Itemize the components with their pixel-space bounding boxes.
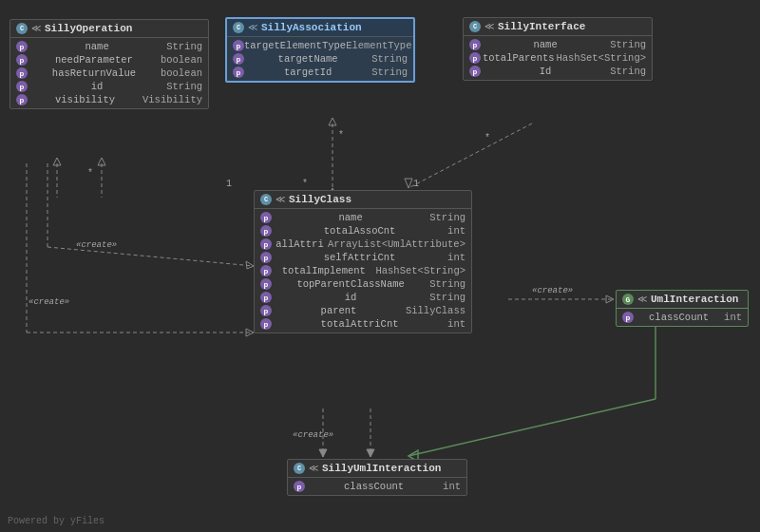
svg-marker-13 — [606, 295, 614, 303]
svg-line-28 — [48, 247, 254, 266]
silly-uml-interaction-body: p classCount int — [288, 478, 466, 495]
svg-text:«create»: «create» — [76, 240, 117, 250]
svg-text:«create»: «create» — [293, 430, 333, 440]
property-icon: p — [260, 292, 272, 303]
table-row: p visibility Visibility — [10, 93, 208, 106]
silly-association-box[interactable]: C ≪ SillyAssociation p targetElementType… — [225, 17, 415, 83]
silly-association-header: C ≪ SillyAssociation — [227, 19, 413, 37]
table-row: p needParameter boolean — [10, 53, 208, 66]
property-icon: p — [16, 94, 28, 105]
svg-marker-29 — [246, 261, 254, 269]
table-row: p totalAttriCnt int — [255, 317, 471, 331]
class-icon: C — [233, 22, 244, 33]
class-icon: C — [16, 23, 28, 34]
silly-operation-header: C ≪ SillyOperation — [10, 20, 208, 38]
silly-interface-title: SillyInterface — [498, 21, 585, 32]
silly-class-body: p name String p totalAssoCnt int p allAt… — [255, 209, 471, 332]
svg-line-9 — [408, 124, 532, 188]
silly-operation-body: p name String p needParameter boolean p … — [10, 38, 208, 108]
silly-interface-box[interactable]: C ≪ SillyInterface p name String p total… — [463, 17, 653, 81]
svg-text:«create»: «create» — [532, 286, 573, 295]
property-icon: p — [260, 265, 272, 276]
diagram-canvas: * * * «create» «create» «create» — [0, 0, 760, 532]
table-row: p Id String — [464, 65, 652, 78]
svg-text:1: 1 — [413, 179, 419, 189]
svg-marker-19 — [319, 449, 327, 457]
class-icon: C — [260, 194, 272, 205]
property-icon: p — [469, 39, 481, 50]
svg-marker-6 — [329, 118, 336, 125]
table-row: p totalParents HashSet<String> — [464, 51, 652, 65]
property-icon: p — [469, 66, 481, 77]
property-icon: p — [233, 66, 244, 78]
silly-uml-interaction-title: SillyUmlInteraction — [322, 463, 441, 474]
silly-class-box[interactable]: C ≪ SillyClass p name String p totalAsso… — [254, 190, 472, 333]
property-icon: p — [16, 67, 28, 79]
silly-operation-title: SillyOperation — [45, 23, 132, 34]
property-icon: p — [233, 53, 244, 65]
property-icon: p — [16, 41, 28, 52]
silly-interface-header: C ≪ SillyInterface — [464, 18, 652, 36]
table-row: p name String — [255, 211, 471, 224]
property-icon: p — [260, 225, 272, 237]
silly-association-body: p targetElementType ElementType p target… — [227, 37, 413, 81]
svg-marker-10 — [405, 179, 412, 188]
uml-interaction-title: UmlInteraction — [651, 294, 738, 305]
table-row: p targetId String — [227, 66, 413, 79]
table-row: p id String — [10, 80, 208, 93]
uml-interaction-box[interactable]: G ≪ UmlInteraction p classCount int — [616, 290, 749, 327]
table-row: p hasReturnValue boolean — [10, 66, 208, 80]
svg-marker-1 — [98, 158, 105, 165]
silly-operation-box[interactable]: C ≪ SillyOperation p name String p needP… — [10, 19, 209, 109]
table-row: p allAttri ArrayList<UmlAttribute> — [255, 238, 471, 251]
table-row: p classCount int — [617, 311, 748, 324]
svg-text:*: * — [338, 130, 344, 141]
svg-text:1: 1 — [226, 179, 232, 189]
silly-association-title: SillyAssociation — [261, 22, 362, 33]
uml-interaction-body: p classCount int — [617, 309, 748, 326]
class-icon: C — [469, 21, 481, 32]
class-icon: G — [622, 294, 634, 305]
property-icon: p — [16, 54, 28, 66]
property-icon: p — [260, 212, 272, 223]
silly-uml-interaction-header: C ≪ SillyUmlInteraction — [288, 460, 466, 478]
property-icon: p — [16, 81, 28, 92]
silly-class-title: SillyClass — [289, 194, 352, 205]
table-row: p topParentClassName String — [255, 277, 471, 291]
silly-interface-body: p name String p totalParents HashSet<Str… — [464, 36, 652, 80]
svg-marker-22 — [367, 449, 374, 457]
table-row: p id String — [255, 291, 471, 304]
property-icon: p — [233, 40, 244, 51]
property-icon: p — [260, 278, 272, 290]
svg-marker-4 — [53, 158, 61, 165]
table-row: p targetName String — [227, 52, 413, 66]
svg-text:*: * — [87, 168, 93, 179]
property-icon: p — [622, 312, 634, 323]
svg-line-16 — [408, 399, 656, 456]
table-row: p targetElementType ElementType — [227, 39, 413, 52]
class-icon: C — [294, 463, 305, 474]
svg-marker-25 — [246, 329, 254, 336]
table-row: p classCount int — [288, 480, 466, 493]
uml-interaction-header: G ≪ UmlInteraction — [617, 291, 748, 309]
svg-text:«create»: «create» — [28, 297, 69, 307]
svg-text:*: * — [484, 133, 490, 143]
property-icon: p — [260, 318, 272, 330]
property-icon: p — [294, 481, 305, 492]
silly-uml-interaction-box[interactable]: C ≪ SillyUmlInteraction p classCount int — [287, 459, 467, 496]
property-icon: p — [260, 238, 272, 250]
svg-text:*: * — [302, 179, 308, 189]
property-icon: p — [260, 305, 272, 316]
table-row: p parent SillyClass — [255, 304, 471, 317]
table-row: p name String — [464, 38, 652, 51]
table-row: p name String — [10, 40, 208, 53]
table-row: p selfAttriCnt int — [255, 251, 471, 264]
table-row: p totalAssoCnt int — [255, 224, 471, 238]
powered-by-label: Powered by yFiles — [8, 516, 104, 526]
silly-class-header: C ≪ SillyClass — [255, 191, 471, 209]
property-icon: p — [260, 252, 272, 263]
property-icon: p — [469, 52, 481, 64]
table-row: p totalImplement HashSet<String> — [255, 264, 471, 277]
